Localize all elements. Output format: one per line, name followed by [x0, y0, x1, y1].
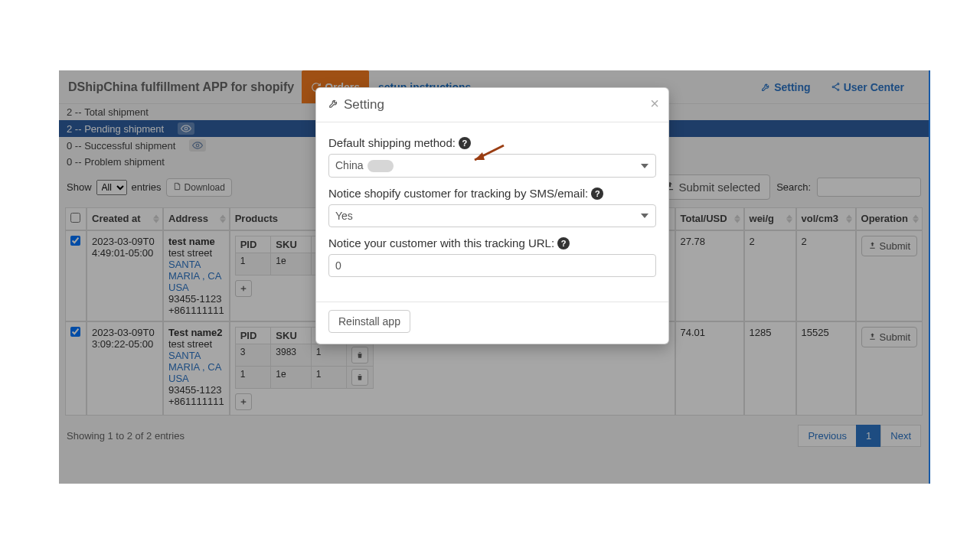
tracking-url-input[interactable] — [328, 254, 656, 277]
help-icon[interactable]: ? — [459, 137, 471, 149]
setting-modal: Setting × Default shipping method: ? Chi… — [315, 87, 669, 344]
modal-header: Setting × — [316, 88, 668, 122]
close-icon[interactable]: × — [650, 96, 659, 111]
help-icon[interactable]: ? — [557, 237, 570, 249]
label-shipping: Default shipping method: ? — [328, 136, 656, 149]
blurred-text — [368, 160, 394, 172]
modal-footer: Reinstall app — [316, 302, 668, 344]
modal-title-text: Setting — [344, 97, 384, 112]
help-icon[interactable]: ? — [591, 187, 603, 200]
notice-select[interactable]: Yes — [328, 204, 656, 227]
shipping-value: China — [335, 159, 364, 171]
reinstall-button[interactable]: Reinstall app — [328, 310, 410, 333]
wrench-icon — [328, 97, 339, 112]
label-notice-tracking: Notice shopify customer for tracking by … — [328, 187, 656, 200]
shipping-select[interactable]: China — [328, 154, 656, 178]
label-tracking-url: Notice your customer with this tracking … — [328, 236, 656, 249]
modal-title: Setting — [328, 97, 384, 112]
modal-body: Default shipping method: ? China Notice … — [316, 122, 668, 302]
notice-value: Yes — [335, 210, 353, 222]
